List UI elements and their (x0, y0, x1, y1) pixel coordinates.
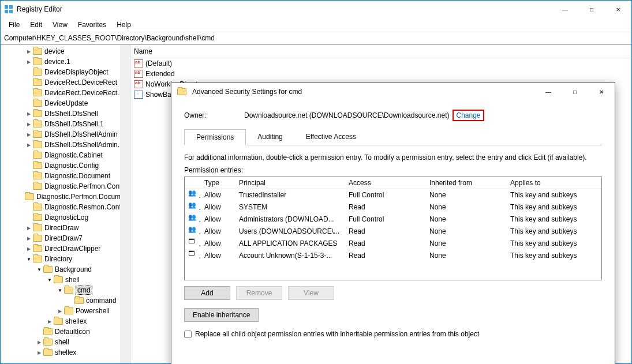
chevron-right-icon[interactable]: ▶ (25, 49, 33, 54)
chevron-right-icon[interactable]: ▶ (25, 132, 33, 137)
menu-view[interactable]: View (48, 19, 72, 31)
value-row[interactable]: (Default) (130, 58, 631, 69)
menu-file[interactable]: File (4, 19, 24, 31)
chevron-right-icon[interactable]: ▶ (25, 111, 33, 117)
dialog-maximize-button[interactable]: □ (562, 83, 588, 100)
tree-item[interactable]: ▼shell (4, 275, 130, 285)
tree-scrollbar[interactable] (120, 45, 130, 363)
hdr-principal[interactable]: Principal (235, 177, 345, 189)
tree-item[interactable]: ▶shellex (4, 316, 130, 327)
tree-item[interactable]: DiagnosticLog (4, 212, 130, 223)
tree-item[interactable]: ▶DfsShell.DfsShellAdmin (4, 129, 130, 140)
tree-item[interactable]: ▶DfsShell.DfsShellAdmin.1 (4, 140, 130, 150)
cell-type: Allow (201, 189, 235, 201)
tree-item[interactable]: ▶device.1 (4, 57, 130, 67)
folder-icon (33, 48, 42, 55)
permission-row[interactable]: AllowSYSTEMReadNoneThis key and subkeys (185, 201, 601, 213)
enable-inheritance-button[interactable]: Enable inheritance (184, 308, 259, 322)
chevron-right-icon[interactable]: ▶ (25, 246, 33, 252)
tree-item[interactable]: Diagnostic.Perfmon.Document (4, 192, 130, 202)
tree-item-label: DfsShell.DfsShellAdmin.1 (44, 141, 124, 149)
tree-item[interactable]: Diagnostic.Document (4, 171, 130, 181)
dialog-minimize-button[interactable]: — (535, 83, 562, 100)
tree-item-label: Diagnostic.Cabinet (44, 151, 103, 159)
chevron-right-icon[interactable]: ▶ (46, 319, 54, 324)
tree-item[interactable]: ▶DirectDrawClipper (4, 243, 130, 254)
chevron-down-icon[interactable]: ▼ (35, 267, 43, 272)
tree-item[interactable]: DeviceRect.DeviceRect.1 (4, 88, 130, 98)
dialog-titlebar[interactable]: Advanced Security Settings for cmd — □ ✕ (171, 83, 615, 100)
tree-item[interactable]: ▼Background (4, 264, 130, 275)
tree-item[interactable]: ▶shell (4, 337, 130, 347)
permission-row[interactable]: AllowUsers (DOWNLOADSOURCE\...ReadNoneTh… (185, 226, 601, 238)
close-button[interactable]: ✕ (605, 1, 631, 18)
tree-item[interactable]: ▼cmd (4, 285, 130, 295)
entries-table[interactable]: Type Principal Access Inherited from App… (184, 177, 602, 280)
hdr-access[interactable]: Access (345, 177, 426, 189)
permission-row[interactable]: AllowAccount Unknown(S-1-15-3-...ReadNon… (185, 250, 601, 262)
chevron-right-icon[interactable]: ▶ (35, 350, 43, 355)
menu-help[interactable]: Help (112, 19, 136, 31)
tree-item[interactable]: DeviceUpdate (4, 98, 130, 108)
tree-item[interactable]: ▶DfsShell.DfsShell (4, 108, 130, 119)
permission-row[interactable]: AllowTrustedInstallerFull ControlNoneThi… (185, 189, 601, 201)
chevron-down-icon[interactable]: ▼ (25, 257, 33, 262)
change-owner-link[interactable]: Change (453, 110, 484, 121)
replace-child-check[interactable]: Replace all child object permission entr… (184, 330, 602, 338)
add-button[interactable]: Add (184, 286, 230, 300)
cell-access: Full Control (345, 189, 426, 201)
permission-row[interactable]: AllowAdministrators (DOWNLOAD...Full Con… (185, 213, 601, 226)
value-row[interactable]: Extended (130, 69, 631, 79)
tree-item[interactable]: Diagnostic.Config (4, 160, 130, 171)
tree-item[interactable]: command (4, 295, 130, 306)
tree-item[interactable]: DeviceDisplayObject (4, 67, 130, 77)
chevron-right-icon[interactable]: ▶ (25, 59, 33, 65)
values-header[interactable]: Name (130, 45, 631, 58)
chevron-right-icon[interactable]: ▶ (25, 122, 33, 127)
chevron-right-icon[interactable]: ▶ (25, 226, 33, 231)
replace-checkbox[interactable] (184, 331, 192, 338)
tree-item[interactable]: DefaultIcon (4, 327, 130, 337)
tree-item[interactable]: ▶DirectDraw7 (4, 233, 130, 243)
permission-row[interactable]: AllowALL APPLICATION PACKAGESReadNoneThi… (185, 238, 601, 250)
tab-auditing[interactable]: Auditing (246, 129, 294, 145)
tree-item[interactable]: ▼Directory (4, 254, 130, 264)
menu-favorites[interactable]: Favorites (73, 19, 111, 31)
tab-permissions[interactable]: Permissions (184, 129, 246, 145)
chevron-right-icon[interactable]: ▶ (56, 309, 64, 314)
minimize-button[interactable]: — (552, 1, 578, 18)
entries-header[interactable]: Type Principal Access Inherited from App… (185, 177, 601, 189)
cell-principal: SYSTEM (235, 201, 345, 213)
tree-item[interactable]: ▶shellex (4, 347, 130, 358)
tree-item[interactable]: Diagnostic.Resmon.Config (4, 202, 130, 212)
tree-pane[interactable]: ▶device▶device.1DeviceDisplayObjectDevic… (1, 45, 130, 363)
chevron-down-icon[interactable]: ▼ (56, 288, 64, 293)
menu-edit[interactable]: Edit (25, 19, 47, 31)
cell-access: Read (345, 201, 426, 213)
chevron-right-icon[interactable]: ▶ (25, 142, 33, 148)
dialog-title: Advanced Security Settings for cmd (192, 88, 535, 96)
tree-item[interactable]: DeviceRect.DeviceRect (4, 77, 130, 88)
hdr-type[interactable]: Type (201, 177, 235, 189)
folder-icon (33, 141, 42, 148)
cell-applies: This key and subkeys (507, 213, 601, 226)
chevron-down-icon[interactable]: ▼ (46, 277, 54, 283)
tab-effective-access[interactable]: Effective Access (294, 129, 368, 145)
maximize-button[interactable]: □ (578, 1, 605, 18)
hdr-inherited[interactable]: Inherited from (426, 177, 507, 189)
tree-item[interactable]: ▶DfsShell.DfsShell.1 (4, 119, 130, 129)
cell-principal: TrustedInstaller (235, 189, 345, 201)
folder-icon (33, 58, 42, 65)
tree-item-label: DirectDraw (44, 224, 78, 232)
tree-item[interactable]: Diagnostic.Perfmon.Config (4, 181, 130, 192)
chevron-right-icon[interactable]: ▶ (25, 236, 33, 241)
tree-item-label: DeviceRect.DeviceRect.1 (44, 89, 123, 97)
tree-item[interactable]: Diagnostic.Cabinet (4, 150, 130, 160)
chevron-right-icon[interactable]: ▶ (35, 340, 43, 345)
tree-item[interactable]: ▶DirectDraw (4, 223, 130, 233)
hdr-applies[interactable]: Applies to (507, 177, 601, 189)
tree-item[interactable]: ▶Powershell (4, 306, 130, 316)
tree-item[interactable]: ▶device (4, 46, 130, 57)
address-bar[interactable]: Computer\HKEY_CLASSES_ROOT\Directory\Bac… (1, 32, 631, 44)
dialog-close-button[interactable]: ✕ (588, 83, 615, 100)
